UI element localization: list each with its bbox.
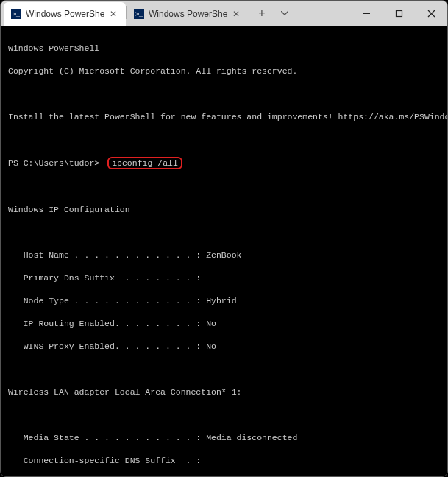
kv-value: No <box>206 318 216 330</box>
kv-row: Node Type . . . . . . . . . . . . : Hybr… <box>8 295 440 307</box>
kv-label: Host Name . . . . . . . . . . . . : <box>8 250 206 261</box>
tab-active[interactable]: >_ Windows PowerShe ✕ <box>4 2 126 26</box>
kv-label: Primary Dns Suffix . . . . . . . : <box>8 272 201 284</box>
prompt-line: PS C:\Users\tudor> ipconfig /all <box>8 157 440 170</box>
close-icon[interactable]: ✕ <box>108 9 118 19</box>
ps-copyright-line: Copyright (C) Microsoft Corporation. All… <box>8 66 440 77</box>
close-icon[interactable]: ✕ <box>231 9 241 19</box>
tab-dropdown-icon[interactable] <box>274 1 295 26</box>
window-controls <box>350 1 447 26</box>
terminal-output[interactable]: Windows PowerShell Copyright (C) Microso… <box>1 26 447 476</box>
kv-row: Primary Dns Suffix . . . . . . . : <box>8 272 440 284</box>
kv-label: Connection-specific DNS Suffix . : <box>8 455 201 467</box>
section-title: Windows IP Configuration <box>8 204 440 216</box>
ps-header-line: Windows PowerShell <box>8 43 440 54</box>
powershell-icon: >_ <box>11 9 21 19</box>
svg-rect-1 <box>396 10 402 16</box>
kv-row: Connection-specific DNS Suffix . : <box>8 455 440 467</box>
prompt-text: PS C:\Users\tudor> <box>8 158 104 169</box>
kv-row: Host Name . . . . . . . . . . . . : ZenB… <box>8 250 440 261</box>
kv-value: Media disconnected <box>206 432 297 444</box>
command-highlight: ipconfig /all <box>107 157 182 170</box>
tab-title: Windows PowerShe <box>149 9 227 19</box>
kv-row: Media State . . . . . . . . . . . : Medi… <box>8 432 440 444</box>
kv-label: Node Type . . . . . . . . . . . . : <box>8 295 206 307</box>
titlebar: >_ Windows PowerShe ✕ >_ Windows PowerSh… <box>1 1 447 26</box>
minimize-button[interactable] <box>350 1 383 26</box>
tab-title: Windows PowerShe <box>26 9 104 19</box>
maximize-button[interactable] <box>383 1 415 26</box>
powershell-icon: >_ <box>134 9 144 19</box>
close-button[interactable] <box>415 1 447 26</box>
kv-label: IP Routing Enabled. . . . . . . . : <box>8 318 206 330</box>
kv-value: ZenBook <box>206 250 241 261</box>
kv-row: WINS Proxy Enabled. . . . . . . . : No <box>8 341 440 353</box>
kv-value: Hybrid <box>206 295 236 307</box>
command-text: ipconfig /all <box>112 158 178 168</box>
kv-row: IP Routing Enabled. . . . . . . . : No <box>8 318 440 330</box>
kv-value: No <box>206 341 216 353</box>
ps-install-line: Install the latest PowerShell for new fe… <box>8 111 440 123</box>
section-title: Wireless LAN adapter Local Area Connecti… <box>8 386 440 398</box>
tab-inactive[interactable]: >_ Windows PowerShe ✕ <box>127 2 249 26</box>
kv-label: Media State . . . . . . . . . . . : <box>8 432 206 444</box>
new-tab-button[interactable]: + <box>249 1 274 26</box>
kv-label: WINS Proxy Enabled. . . . . . . . : <box>8 341 206 353</box>
